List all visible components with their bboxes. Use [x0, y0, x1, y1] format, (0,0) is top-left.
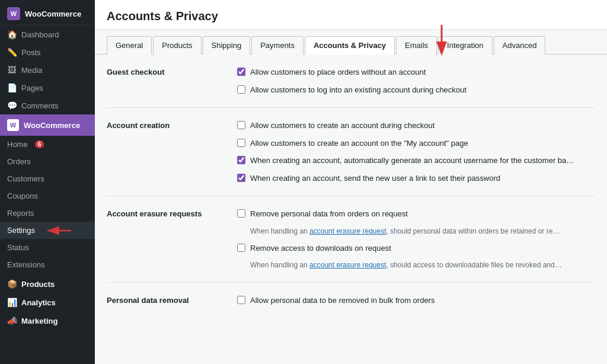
account-creation-checkbox-1[interactable] [237, 121, 245, 129]
sidebar-item-reports[interactable]: Reports [0, 205, 95, 222]
account-erasure-link-2[interactable]: account erasure request [309, 261, 386, 269]
guest-checkout-text-2: Allow customers to log into an existing … [250, 84, 467, 96]
account-creation-fields: Allow customers to create an account dur… [237, 120, 595, 184]
sidebar-item-extensions[interactable]: Extensions [0, 256, 95, 273]
sidebar-item-orders[interactable]: Orders [0, 153, 95, 170]
reports-label: Reports [7, 209, 34, 218]
analytics-icon: 📊 [7, 298, 17, 307]
sidebar-item-posts[interactable]: ✏️ Posts [0, 43, 95, 61]
woo-logo-icon: W [7, 7, 20, 20]
personal-data-fields: Allow personal data to be removed in bul… [237, 295, 595, 306]
account-erasure-link-1[interactable]: account erasure request [309, 227, 386, 235]
posts-icon: ✏️ [7, 47, 17, 57]
sidebar-item-coupons[interactable]: Coupons [0, 187, 95, 205]
sidebar-item-dashboard[interactable]: 🏠 Dashboard [0, 25, 95, 43]
account-erasure-text-1: Remove personal data from orders on requ… [250, 208, 408, 220]
sidebar-item-customers[interactable]: Customers [0, 170, 95, 187]
personal-data-checkbox-1[interactable] [237, 296, 245, 304]
sidebar-logo-label: WooCommerce [25, 9, 81, 18]
sidebar-item-pages[interactable]: 📄 Pages [0, 79, 95, 97]
sidebar-woocommerce-header[interactable]: W WooCommerce [0, 114, 95, 136]
account-creation-checkbox-4[interactable] [237, 174, 245, 182]
account-erasure-help-2: When handling an account erasure request… [250, 260, 595, 270]
account-erasure-fields: Remove personal data from orders on requ… [237, 208, 595, 270]
marketing-label: Marketing [21, 317, 57, 325]
sidebar: W WooCommerce 🏠 Dashboard ✏️ Posts 🖼 Med… [0, 0, 95, 364]
checkbox-row: Allow personal data to be removed in bul… [237, 295, 595, 306]
checkbox-row: When creating an account, send the new u… [237, 173, 595, 184]
sidebar-analytics-header[interactable]: 📊 Analytics [0, 292, 95, 310]
sidebar-item-comments[interactable]: 💬 Comments [0, 97, 95, 114]
content-area: Guest checkout Allow customers to place … [95, 55, 607, 364]
sidebar-item-media[interactable]: 🖼 Media [0, 61, 95, 79]
checkbox-row: When creating an account, automatically … [237, 155, 595, 167]
guest-checkout-label: Guest checkout [107, 66, 225, 95]
sidebar-marketing-header[interactable]: 📣 Marketing [0, 310, 95, 328]
guest-checkout-checkbox-1[interactable] [237, 68, 245, 76]
sidebar-logo: W WooCommerce [0, 0, 95, 25]
help-text-after: , should personal data within orders be … [386, 227, 560, 235]
checkbox-row: Remove access to downloads on request [237, 242, 595, 254]
tab-general[interactable]: General [107, 36, 152, 55]
guest-checkout-fields: Allow customers to place orders without … [237, 66, 595, 95]
help-text-before: When handling an [250, 227, 309, 235]
woocommerce-label: WooCommerce [24, 121, 80, 130]
account-creation-text-3: When creating an account, automatically … [250, 155, 574, 167]
tab-shipping[interactable]: Shipping [203, 36, 251, 55]
tabs-bar: General Products Shipping Payments Accou… [95, 30, 607, 55]
products-section-label: Products [21, 280, 55, 289]
sidebar-item-status[interactable]: Status [0, 239, 95, 256]
sidebar-item-label: Pages [21, 84, 43, 92]
tab-emails[interactable]: Emails [396, 36, 437, 55]
sidebar-products-header[interactable]: 📦 Products [0, 273, 95, 292]
guest-checkout-checkbox-2[interactable] [237, 85, 245, 94]
extensions-label: Extensions [7, 260, 45, 269]
pages-icon: 📄 [7, 83, 17, 92]
settings-arrow-icon [41, 224, 74, 237]
account-erasure-checkbox-1[interactable] [237, 209, 245, 218]
guest-checkout-text-1: Allow customers to place orders without … [250, 66, 426, 78]
sidebar-item-label: Media [21, 66, 42, 75]
checkbox-row: Allow customers to place orders without … [237, 66, 595, 78]
home-badge: 6 [35, 141, 44, 148]
tab-integration[interactable]: Integration [438, 36, 492, 55]
tab-payments[interactable]: Payments [251, 36, 304, 55]
account-creation-checkbox-3[interactable] [237, 156, 245, 164]
sidebar-item-label: Posts [21, 48, 41, 57]
customers-label: Customers [7, 174, 44, 183]
comments-icon: 💬 [7, 101, 17, 110]
tab-advanced[interactable]: Advanced [494, 36, 546, 55]
account-creation-text-4: When creating an account, send the new u… [250, 173, 500, 184]
personal-data-label: Personal data removal [107, 295, 225, 306]
checkbox-row: Allow customers to log into an existing … [237, 84, 595, 96]
sidebar-item-settings[interactable]: Settings [0, 222, 95, 239]
account-erasure-section: Account erasure requests Remove personal… [107, 208, 595, 283]
personal-data-text-1: Allow personal data to be removed in bul… [250, 295, 435, 306]
checkbox-row: Allow customers to create an account on … [237, 138, 595, 149]
personal-data-section: Personal data removal Allow personal dat… [107, 295, 595, 318]
woocommerce-icon: W [7, 119, 19, 131]
orders-label: Orders [7, 157, 31, 166]
account-erasure-checkbox-2[interactable] [237, 244, 245, 252]
settings-label: Settings [7, 226, 35, 235]
status-label: Status [7, 243, 29, 252]
tab-accounts-privacy[interactable]: Accounts & Privacy [305, 36, 395, 55]
checkbox-row: Allow customers to create an account dur… [237, 120, 595, 132]
account-erasure-label: Account erasure requests [107, 208, 225, 270]
sidebar-item-label: Dashboard [21, 30, 59, 39]
page-header: Accounts & Privacy [95, 0, 607, 30]
guest-checkout-section: Guest checkout Allow customers to place … [107, 66, 595, 108]
account-creation-section: Account creation Allow customers to crea… [107, 120, 595, 196]
sidebar-item-label: Comments [21, 101, 59, 110]
sidebar-item-home[interactable]: Home 6 [0, 136, 95, 153]
account-creation-checkbox-2[interactable] [237, 139, 245, 147]
help-text-before-2: When handling an [250, 261, 309, 269]
checkbox-row: Remove personal data from orders on requ… [237, 208, 595, 220]
dashboard-icon: 🏠 [7, 30, 17, 39]
tab-products[interactable]: Products [153, 36, 201, 55]
account-erasure-text-2: Remove access to downloads on request [250, 242, 391, 254]
help-text-after-2: , should access to downloadable files be… [386, 261, 562, 269]
media-icon: 🖼 [7, 65, 17, 75]
account-creation-text-2: Allow customers to create an account on … [250, 138, 468, 149]
products-icon: 📦 [7, 279, 17, 289]
